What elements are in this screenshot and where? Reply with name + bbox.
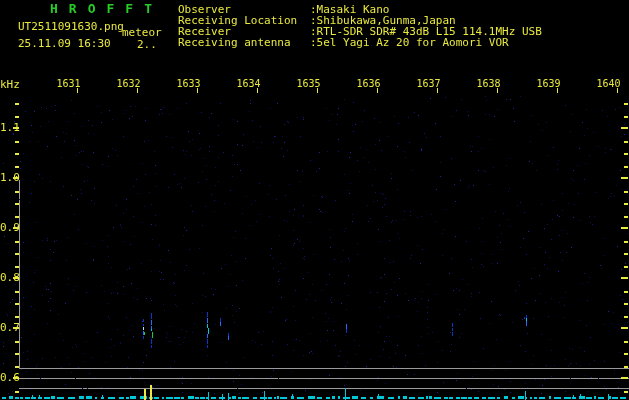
- freq-tick-left-minor: [15, 303, 19, 305]
- time-axis-tick: [497, 88, 498, 93]
- spectrogram-canvas: [0, 0, 629, 400]
- freq-tick-left-minor: [15, 366, 19, 368]
- freq-tick-left-minor: [15, 216, 19, 218]
- freq-tick-left-minor: [15, 241, 19, 243]
- freq-tick-right-major: [621, 277, 628, 279]
- freq-tick-left-minor: [15, 166, 19, 168]
- freq-tick-right-minor: [624, 241, 628, 243]
- freq-tick-right-minor: [624, 353, 628, 355]
- hrofft-window: HROFFT UT2511091630.png meteor 25.11.09 …: [0, 0, 629, 400]
- time-axis-tick: [617, 88, 618, 93]
- freq-tick-right-minor: [624, 216, 628, 218]
- freq-tick-right-minor: [624, 291, 628, 293]
- capture-filename: UT2511091630.png: [18, 21, 124, 32]
- freq-tick-left-major: [13, 277, 19, 279]
- freq-tick-right-minor: [624, 153, 628, 155]
- freq-tick-right-major: [621, 227, 628, 229]
- time-axis-tick: [257, 88, 258, 93]
- freq-tick-left-minor: [15, 253, 19, 255]
- freq-unit-label: kHz: [0, 79, 20, 90]
- meteor-label: meteor: [122, 27, 162, 38]
- freq-tick-left-minor: [15, 353, 19, 355]
- freq-tick-right-major: [621, 327, 628, 329]
- freq-tick-left-minor: [15, 153, 19, 155]
- time-axis-tick: [437, 88, 438, 93]
- time-axis-tick: [137, 88, 138, 93]
- freq-tick-right-major: [621, 177, 628, 179]
- freq-tick-right-minor: [624, 191, 628, 193]
- freq-tick-right-minor: [624, 141, 628, 143]
- freq-tick-left-major: [13, 377, 19, 379]
- freq-tick-right-minor: [624, 316, 628, 318]
- freq-tick-left-minor: [15, 341, 19, 343]
- freq-tick-right-minor: [624, 103, 628, 105]
- freq-tick-left-major: [13, 327, 19, 329]
- freq-tick-left-minor: [15, 291, 19, 293]
- freq-tick-left-major: [13, 127, 19, 129]
- freq-tick-left-minor: [15, 266, 19, 268]
- freq-tick-right-major: [621, 377, 628, 379]
- freq-tick-right-minor: [624, 303, 628, 305]
- freq-tick-right-minor: [624, 116, 628, 118]
- freq-tick-right-minor: [624, 253, 628, 255]
- time-axis-tick: [557, 88, 558, 93]
- app-title: HROFFT: [50, 2, 163, 16]
- freq-tick-right-minor: [624, 366, 628, 368]
- freq-tick-left-minor: [15, 316, 19, 318]
- time-axis-tick: [377, 88, 378, 93]
- freq-tick-right-minor: [624, 203, 628, 205]
- freq-tick-right-major: [621, 127, 628, 129]
- freq-tick-left-minor: [15, 203, 19, 205]
- capture-datetime: 25.11.09 16:30: [18, 38, 111, 49]
- freq-tick-right-minor: [624, 166, 628, 168]
- meteor-count: 2..: [137, 39, 157, 50]
- freq-tick-left-minor: [15, 141, 19, 143]
- time-axis-tick: [197, 88, 198, 93]
- info-value: :5el Yagi Az 20 for Aomori VOR: [310, 37, 509, 48]
- freq-tick-left-minor: [15, 103, 19, 105]
- freq-tick-right-minor: [624, 391, 628, 393]
- time-axis-tick: [317, 88, 318, 93]
- freq-tick-left-minor: [15, 116, 19, 118]
- freq-tick-left-major: [13, 227, 19, 229]
- time-axis-tick: [77, 88, 78, 93]
- freq-tick-right-minor: [624, 266, 628, 268]
- info-label: Receiving antenna: [178, 37, 291, 48]
- freq-tick-left-minor: [15, 191, 19, 193]
- freq-tick-right-minor: [624, 341, 628, 343]
- freq-tick-left-minor: [15, 391, 19, 393]
- freq-tick-left-major: [13, 177, 19, 179]
